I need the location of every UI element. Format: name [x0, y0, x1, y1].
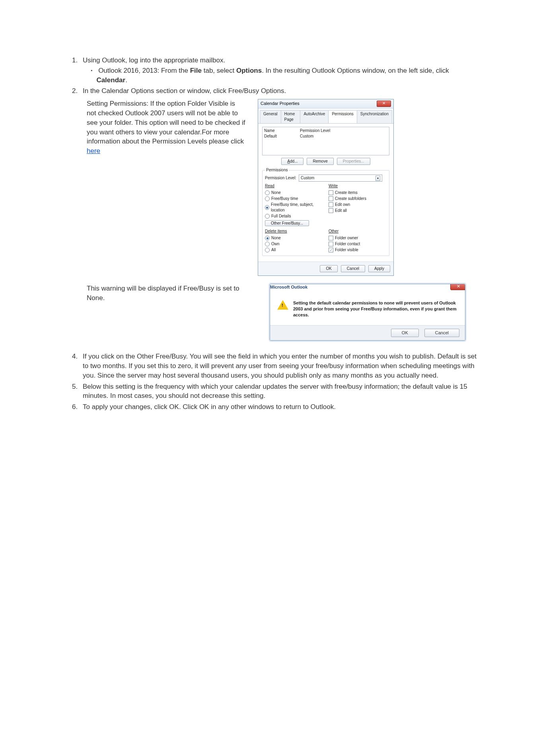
step-5: Below this setting is the frequency with…	[80, 382, 479, 401]
permission-level-label: Permission Level:	[265, 175, 296, 181]
permissions-paragraph: Setting Permissions: If the option Folde…	[68, 99, 246, 156]
tab-synchronization[interactable]: Synchronization	[357, 110, 392, 123]
delete-none-radio[interactable]	[265, 236, 270, 240]
calendar-properties-dialog: Calendar Properties ✕ General Home Page …	[258, 99, 394, 276]
steps-list: Using Outlook, log into the appropriate …	[68, 56, 479, 96]
folder-owner-checkbox[interactable]	[329, 236, 333, 240]
close-icon[interactable]: ✕	[450, 284, 465, 290]
step-1-sub: Outlook 2016, 2013: From the File tab, s…	[88, 66, 479, 85]
permissions-listbox[interactable]: NamePermission Level DefaultCustom	[262, 127, 389, 155]
warning-dialog: Microsoft Outlook ✕ Setting the default …	[270, 284, 465, 341]
dialog-tabs: General Home Page AutoArchive Permission…	[258, 109, 393, 124]
read-freebusy-subject-radio[interactable]	[265, 205, 269, 210]
read-full-radio[interactable]	[265, 214, 270, 219]
step-4: If you click on the Other Free/Busy. You…	[80, 352, 479, 380]
write-section: Write Create items Create subfolders Edi…	[329, 183, 387, 226]
tab-general[interactable]: General	[260, 110, 281, 123]
warning-ok-button[interactable]: OK	[391, 329, 419, 337]
edit-own-checkbox[interactable]	[329, 202, 333, 207]
edit-all-checkbox[interactable]	[329, 208, 333, 213]
create-items-checkbox[interactable]	[329, 190, 333, 195]
step-1-sublist: Outlook 2016, 2013: From the File tab, s…	[83, 66, 479, 85]
folder-visible-checkbox[interactable]	[329, 248, 333, 252]
ok-button[interactable]: OK	[320, 265, 337, 272]
chevron-down-icon: ▾	[375, 176, 380, 181]
delete-all-radio[interactable]	[265, 248, 270, 252]
step-1-text: Using Outlook, log into the appropriate …	[83, 56, 225, 64]
warning-message: Setting the default calendar permissions…	[293, 300, 458, 318]
apply-button[interactable]: Apply	[368, 265, 390, 272]
create-subfolders-checkbox[interactable]	[329, 196, 333, 201]
warning-title: Microsoft Outlook	[270, 285, 307, 289]
other-section: Other Folder owner Folder contact Folder…	[329, 229, 387, 253]
step-1: Using Outlook, log into the appropriate …	[80, 56, 479, 85]
folder-contact-checkbox[interactable]	[329, 242, 333, 246]
close-icon[interactable]: ✕	[377, 101, 391, 107]
delete-section: Delete items None Own All	[265, 229, 323, 253]
here-link[interactable]: here	[87, 147, 100, 155]
steps-list-cont: If you click on the Other Free/Busy. You…	[68, 352, 479, 412]
warning-paragraph: This warning will be displayed if Free/B…	[68, 284, 254, 303]
permission-level-select[interactable]: Custom ▾	[299, 174, 382, 182]
read-none-radio[interactable]	[265, 190, 270, 195]
remove-button[interactable]: Remove	[307, 158, 333, 165]
warning-icon	[277, 300, 288, 310]
read-section: Read None Free/Busy time Free/Busy time,…	[265, 183, 323, 226]
dialog-title: Calendar Properties	[261, 101, 300, 107]
tab-autoarchive[interactable]: AutoArchive	[300, 110, 329, 123]
properties-button: Properties...	[337, 158, 370, 165]
read-freebusy-radio[interactable]	[265, 196, 270, 201]
other-freebusy-button[interactable]: Other Free/Busy...	[265, 220, 309, 226]
permissions-group: Permissions Permission Level: Custom ▾ R…	[262, 167, 389, 256]
add-button[interactable]: Add...	[281, 158, 303, 165]
tab-permissions[interactable]: Permissions	[328, 110, 357, 123]
warning-cancel-button[interactable]: Cancel	[424, 329, 459, 337]
cancel-button[interactable]: Cancel	[341, 265, 365, 272]
step-2: In the Calendar Options section or windo…	[80, 86, 479, 96]
step-6: To apply your changes, click OK. Click O…	[80, 402, 479, 412]
delete-own-radio[interactable]	[265, 242, 270, 246]
tab-home-page[interactable]: Home Page	[281, 110, 301, 123]
